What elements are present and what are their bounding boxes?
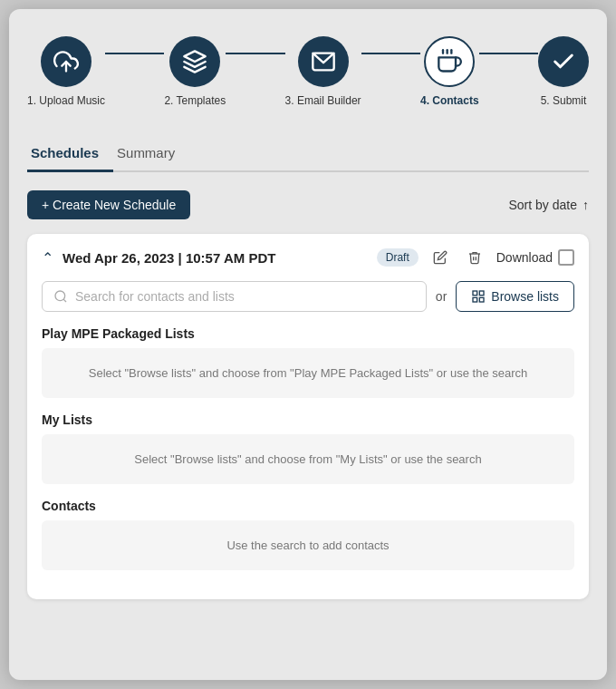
step-circle-upload: [41, 36, 91, 87]
tab-schedules[interactable]: Schedules: [27, 138, 113, 172]
step-label-contacts: 4. Contacts: [420, 94, 479, 107]
svg-rect-10: [480, 297, 485, 302]
upload-icon: [53, 49, 79, 74]
step-submit[interactable]: 5. Submit: [538, 36, 589, 107]
envelope-icon: [311, 49, 336, 74]
step-circle-email: [298, 36, 349, 87]
sort-arrow-icon: ↑: [582, 198, 589, 212]
delete-button[interactable]: [462, 248, 487, 267]
svg-marker-1: [185, 51, 206, 62]
svg-point-6: [55, 291, 65, 301]
step-email-builder[interactable]: 3. Email Builder: [285, 36, 361, 107]
create-schedule-button[interactable]: + Create New Schedule: [27, 190, 190, 219]
layers-icon: [182, 49, 207, 74]
packaged-lists-empty: Select "Browse lists" and choose from "P…: [42, 348, 574, 398]
step-label-submit: 5. Submit: [541, 94, 587, 107]
schedule-card: ⌃ Wed Apr 26, 2023 | 10:57 AM PDT Draft: [27, 234, 589, 599]
schedule-date: Wed Apr 26, 2023 | 10:57 AM PDT: [63, 250, 368, 266]
my-lists-empty: Select "Browse lists" and choose from "M…: [42, 434, 574, 484]
search-row: or Browse lists: [42, 281, 574, 312]
step-circle-submit: [538, 36, 589, 87]
step-label-email: 3. Email Builder: [285, 94, 361, 107]
browse-lists-label: Browse lists: [491, 289, 559, 304]
tabs: Schedules Summary: [27, 138, 589, 172]
step-label-upload: 1. Upload Music: [27, 94, 105, 107]
browse-lists-button[interactable]: Browse lists: [456, 281, 574, 312]
hand-icon: [437, 49, 462, 74]
trash-icon: [467, 250, 482, 265]
stepper-line-2: [226, 53, 284, 54]
contacts-title: Contacts: [42, 499, 574, 513]
step-circle-templates: [169, 36, 220, 87]
check-icon: [551, 49, 576, 74]
svg-rect-8: [473, 291, 477, 296]
packaged-lists-section: Play MPE Packaged Lists Select "Browse l…: [42, 326, 574, 398]
svg-rect-9: [480, 291, 485, 296]
contacts-empty: Use the search to add contacts: [42, 520, 574, 570]
download-area: Download: [496, 249, 574, 266]
edit-button[interactable]: [428, 248, 453, 267]
step-contacts[interactable]: 4. Contacts: [420, 36, 479, 107]
edit-icon: [433, 250, 448, 265]
search-icon: [53, 289, 68, 304]
draft-badge: Draft: [377, 248, 419, 267]
step-upload-music[interactable]: 1. Upload Music: [27, 36, 105, 107]
search-box: [42, 281, 427, 312]
sort-by-date[interactable]: Sort by date ↑: [509, 198, 590, 212]
packaged-lists-title: Play MPE Packaged Lists: [42, 326, 574, 341]
my-lists-title: My Lists: [42, 412, 574, 427]
step-templates[interactable]: 2. Templates: [164, 36, 226, 107]
svg-rect-11: [473, 297, 477, 302]
or-label: or: [436, 289, 447, 304]
stepper-line-4: [479, 53, 538, 54]
schedule-header: ⌃ Wed Apr 26, 2023 | 10:57 AM PDT Draft: [42, 248, 574, 267]
step-circle-contacts: [424, 36, 475, 87]
download-label: Download: [496, 250, 553, 265]
tab-summary[interactable]: Summary: [113, 138, 189, 172]
collapse-icon[interactable]: ⌃: [42, 249, 53, 267]
svg-line-7: [63, 299, 66, 302]
toolbar: + Create New Schedule Sort by date ↑: [27, 190, 589, 219]
search-input[interactable]: [75, 289, 415, 304]
stepper-line-3: [361, 53, 420, 54]
contacts-section: Contacts Use the search to add contacts: [42, 499, 574, 570]
app-container: 1. Upload Music 2. Templates: [9, 9, 607, 680]
step-label-templates: 2. Templates: [164, 94, 226, 107]
my-lists-section: My Lists Select "Browse lists" and choos…: [42, 412, 574, 484]
stepper: 1. Upload Music 2. Templates: [27, 27, 589, 116]
stepper-line-1: [105, 53, 164, 54]
download-checkbox[interactable]: [558, 249, 574, 266]
list-icon: [471, 289, 486, 304]
sort-by-label: Sort by date: [509, 198, 578, 212]
